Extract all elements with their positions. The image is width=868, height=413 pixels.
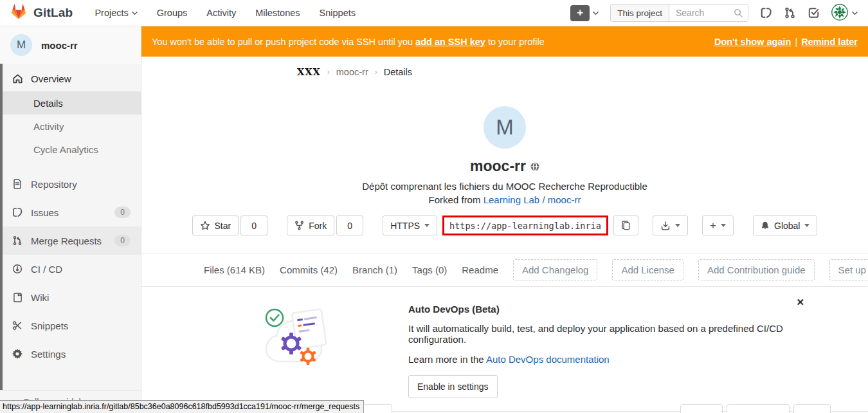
project-actions-row: Star 0 Fork 0 HTTPS — [141, 216, 868, 235]
document-icon — [12, 178, 23, 190]
sidebar-project-name: mooc-rr — [41, 40, 78, 51]
chevron-down-icon — [132, 10, 138, 16]
new-menu-button[interactable]: + — [570, 5, 599, 21]
devops-title: Auto DevOps (Beta) — [408, 304, 806, 315]
primary-nav: Projects Groups Activity Milestones Snip… — [95, 8, 356, 18]
project-sidebar: M mooc-rr Overview Details Activity Cycl… — [0, 26, 141, 413]
partial-button[interactable] — [727, 404, 790, 413]
sidebar-project-header[interactable]: M mooc-rr — [0, 26, 141, 64]
sidebar-item-snippets[interactable]: Snippets — [0, 311, 141, 340]
star-button[interactable]: Star — [192, 216, 239, 235]
notifications-dropdown[interactable]: Global — [753, 216, 817, 235]
tags-link[interactable]: Tags (0) — [412, 264, 447, 275]
branch-link[interactable]: Branch (1) — [352, 264, 397, 275]
new-item-dropdown[interactable]: + — [702, 216, 734, 235]
caret-down-icon — [721, 224, 726, 227]
project-avatar: M — [484, 106, 526, 149]
home-icon — [12, 73, 23, 84]
todos-icon[interactable] — [808, 7, 820, 19]
add-ssh-key-link[interactable]: add an SSH key — [415, 37, 485, 47]
copy-url-button[interactable] — [613, 216, 638, 235]
forked-from-link[interactable]: Learning Lab / mooc-rr — [484, 194, 581, 205]
plus-icon: + — [570, 5, 590, 21]
clone-url-input[interactable] — [442, 216, 608, 235]
star-count[interactable]: 0 — [240, 216, 267, 235]
download-dropdown[interactable] — [653, 216, 688, 235]
sidebar-item-details[interactable]: Details — [0, 91, 141, 115]
partial-button[interactable] — [680, 404, 723, 413]
search-scope-label[interactable]: This project — [611, 5, 669, 21]
sidebar-item-issues[interactable]: Issues 0 — [0, 198, 141, 226]
chevron-down-icon — [852, 10, 858, 16]
fork-button[interactable]: Fork — [287, 216, 334, 235]
merge-requests-icon[interactable] — [784, 7, 796, 19]
sidebar-item-settings[interactable]: Settings — [0, 340, 141, 368]
gear-icon — [12, 348, 23, 360]
fork-count[interactable]: 0 — [336, 216, 363, 235]
partial-button[interactable] — [360, 404, 392, 413]
user-menu[interactable] — [831, 4, 858, 23]
project-description: Dépôt comprenant les fichiers du MOOC Re… — [141, 181, 868, 192]
devops-docs-link[interactable]: Auto DevOps documentation — [486, 354, 610, 365]
ssh-warning-banner: You won't be able to pull or push projec… — [141, 26, 868, 57]
gitlab-wordmark: GitLab — [33, 6, 73, 20]
commits-link[interactable]: Commits (42) — [280, 264, 338, 275]
search-icon — [734, 8, 743, 20]
project-title: mooc-rr — [470, 158, 526, 175]
merge-requests-count-badge: 0 — [114, 235, 131, 246]
readme-link[interactable]: Readme — [462, 264, 498, 275]
main-content: You won't be able to pull or push projec… — [141, 26, 868, 413]
sidebar-item-ci-cd[interactable]: CI / CD — [0, 255, 141, 283]
remind-later-link[interactable]: Remind later — [801, 37, 858, 47]
forked-from-text: Forked from — [429, 194, 484, 205]
nav-snippets[interactable]: Snippets — [320, 8, 356, 18]
gauge-icon — [12, 263, 23, 275]
breadcrumb-page[interactable]: Details — [384, 67, 412, 77]
search-group: This project — [610, 4, 748, 22]
protocol-dropdown[interactable]: HTTPS — [383, 216, 437, 235]
project-stats-bar: Files (614 KB) Commits (42) Branch (1) T… — [141, 253, 868, 287]
chevron-down-icon — [593, 10, 599, 16]
sidebar-item-cycle-analytics[interactable]: Cycle Analytics — [0, 138, 141, 161]
breadcrumb-project[interactable]: mooc-rr — [336, 67, 368, 77]
nav-milestones[interactable]: Milestones — [255, 8, 300, 18]
tanuki-logo-icon — [10, 4, 27, 22]
partial-button[interactable] — [793, 404, 831, 413]
sidebar-scroll-strip[interactable] — [0, 64, 3, 392]
sidebar-item-overview[interactable]: Overview — [0, 66, 141, 91]
add-license-button[interactable]: Add License — [612, 259, 683, 280]
sidebar-item-repository[interactable]: Repository — [0, 170, 141, 198]
nav-groups[interactable]: Groups — [157, 8, 188, 18]
book-icon — [12, 291, 23, 303]
issues-icon[interactable] — [760, 7, 772, 19]
project-avatar-small: M — [10, 34, 32, 56]
issues-count-badge: 0 — [114, 206, 131, 218]
nav-activity[interactable]: Activity — [206, 8, 236, 18]
set-up-ci-cd-button[interactable]: Set up CI/CD — [829, 259, 868, 280]
caret-down-icon — [804, 224, 809, 227]
browser-status-tooltip: https://app-learninglab.inria.fr/gitlab/… — [0, 400, 364, 413]
enable-in-settings-button[interactable]: Enable in settings — [408, 375, 498, 398]
dont-show-again-link[interactable]: Don't show again — [714, 37, 791, 47]
files-link[interactable]: Files (614 KB) — [204, 264, 265, 275]
breadcrumb-group[interactable]: XXX — [297, 66, 321, 77]
chevron-right-icon: › — [327, 68, 330, 77]
check-badge — [266, 309, 283, 326]
nav-projects[interactable]: Projects — [95, 8, 137, 18]
top-navigation-bar: GitLab Projects Groups Activity Mileston… — [0, 0, 868, 26]
sidebar-item-wiki[interactable]: Wiki — [0, 283, 141, 311]
sidebar-item-merge-requests[interactable]: Merge Requests 0 — [0, 226, 141, 255]
merge-requests-icon — [12, 235, 23, 246]
auto-devops-callout: Auto DevOps (Beta) It will automatically… — [204, 287, 806, 411]
caret-down-icon — [675, 224, 680, 227]
add-contribution-guide-button[interactable]: Add Contribution guide — [698, 259, 815, 280]
add-changelog-button[interactable]: Add Changelog — [513, 259, 597, 280]
gitlab-logo[interactable]: GitLab — [10, 4, 73, 22]
scissors-icon — [12, 320, 23, 331]
devops-description: It will automatically build, test, and d… — [408, 323, 806, 345]
breadcrumb: XXX › mooc-rr › Details — [141, 57, 868, 87]
sidebar-item-activity[interactable]: Activity — [0, 115, 141, 138]
close-icon[interactable]: ✕ — [796, 297, 804, 307]
public-globe-icon — [530, 158, 539, 175]
caret-down-icon — [424, 224, 429, 227]
